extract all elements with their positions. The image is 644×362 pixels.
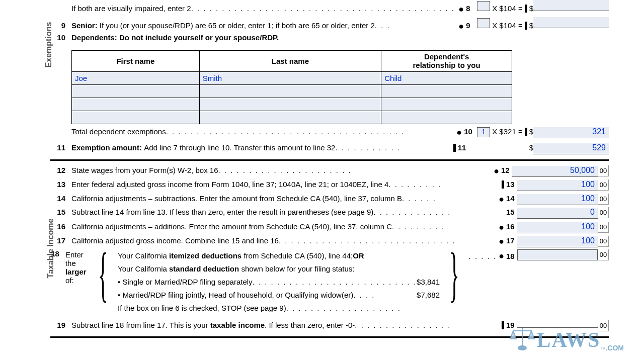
line9-amount[interactable]: [533, 17, 609, 28]
right-brace-icon: }: [449, 249, 459, 300]
line14-cents: 00: [598, 194, 609, 205]
line15-cents: 00: [598, 207, 609, 218]
line12-cents: 00: [598, 165, 609, 176]
line18-cents: 00: [598, 249, 609, 260]
line-10-total: Total dependent exemptions . . . . . . .…: [71, 126, 609, 140]
line-11: 11 Exemption amount: Add line 7 through …: [50, 142, 609, 156]
line13-amount[interactable]: 100: [517, 180, 598, 191]
line-9: 9 Senior: If you (or your spouse/RDP) ar…: [50, 17, 609, 31]
line-15: 15 Subtract line 14 from line 13. If les…: [50, 207, 609, 221]
left-brace-icon: {: [98, 249, 108, 300]
line-8-fragment: If both are visually impaired, enter 2 .…: [71, 0, 609, 14]
dep-header-rel: Dependent's relationship to you: [381, 51, 512, 72]
line16-amount[interactable]: 100: [517, 222, 598, 233]
line-18: 18 Enter the larger of: { Your Californi…: [50, 249, 609, 317]
line12-amount[interactable]: 50,000: [512, 166, 598, 177]
line17-cents: 00: [598, 236, 609, 247]
dependents-table: First name Last name Dependent's relatio…: [71, 50, 512, 124]
table-row[interactable]: [72, 98, 512, 111]
watermark-logo: LAWS ™ .COM: [508, 324, 624, 352]
line-14: 14 California adjustments – subtractions…: [50, 193, 609, 207]
scales-icon: [508, 324, 536, 352]
line15-amount[interactable]: 0: [517, 208, 598, 219]
line8-count-box[interactable]: [477, 1, 490, 11]
line-13: 13 Enter federal adjusted gross income f…: [50, 179, 609, 193]
line-12: 12 State wages from your Form(s) W-2, bo…: [50, 165, 609, 179]
line10-count-box[interactable]: 1: [477, 127, 490, 137]
table-row[interactable]: [72, 85, 512, 98]
line18-amount[interactable]: [517, 249, 598, 260]
line-16: 16 California adjustments – additions. E…: [50, 221, 609, 235]
line8-amount[interactable]: [533, 0, 609, 11]
table-row[interactable]: JoeSmithChild: [72, 72, 512, 85]
dep-header-last: Last name: [199, 51, 381, 72]
dep-header-first: First name: [72, 51, 200, 72]
line16-cents: 00: [598, 222, 609, 233]
line17-amount[interactable]: 100: [517, 236, 598, 247]
line9-count-box[interactable]: [477, 18, 490, 28]
line10-amount[interactable]: 321: [533, 127, 609, 138]
svg-point-2: [518, 346, 526, 350]
line-10-header: 10 Dependents: Do not include yourself o…: [50, 33, 609, 47]
line11-amount[interactable]: 529: [533, 143, 609, 154]
line13-cents: 00: [598, 179, 609, 191]
line14-amount[interactable]: 100: [517, 194, 598, 205]
line-17: 17 California adjusted gross income. Com…: [50, 235, 609, 249]
table-row[interactable]: [72, 111, 512, 124]
